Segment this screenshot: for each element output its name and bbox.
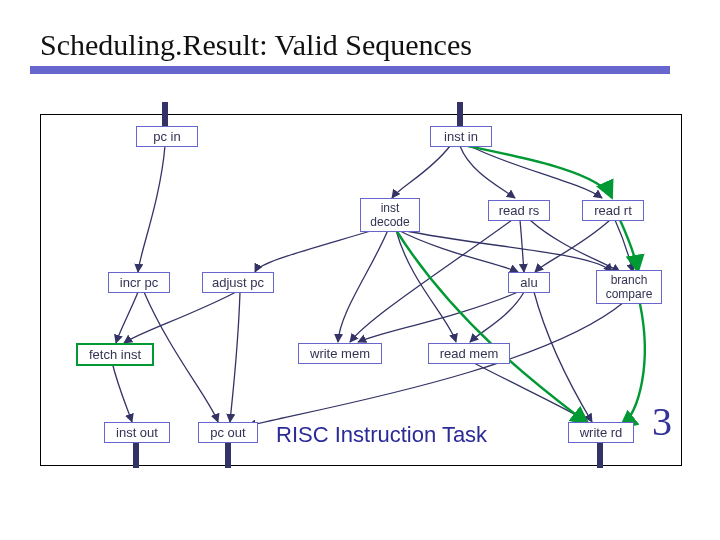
node-read-mem: read mem — [428, 343, 510, 364]
node-pc-in: pc in — [136, 126, 198, 147]
slide-title: Scheduling.Result: Valid Sequences — [40, 28, 690, 62]
page-number: 3 — [652, 398, 672, 445]
node-write-mem: write mem — [298, 343, 382, 364]
node-inst-out: inst out — [104, 422, 170, 443]
node-branch-compare: branch compare — [596, 270, 662, 304]
node-inst-decode: inst decode — [360, 198, 420, 232]
node-write-rd: write rd — [568, 422, 634, 443]
node-alu: alu — [508, 272, 550, 293]
node-incr-pc: incr pc — [108, 272, 170, 293]
node-adjust-pc: adjust pc — [202, 272, 274, 293]
node-read-rt: read rt — [582, 200, 644, 221]
node-pc-out: pc out — [198, 422, 258, 443]
node-read-rs: read rs — [488, 200, 550, 221]
title-underline — [30, 66, 670, 74]
node-fetch-inst: fetch inst — [76, 343, 154, 366]
caption: RISC Instruction Task — [276, 422, 487, 448]
node-inst-in: inst in — [430, 126, 492, 147]
